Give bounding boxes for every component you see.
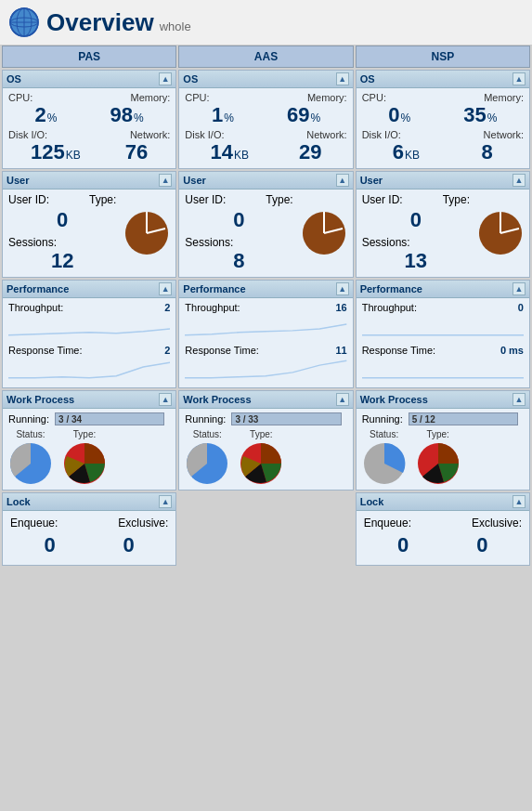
wp-charts-nsp: Status: Type: [362, 429, 524, 486]
status-label-aas: Status: [193, 429, 222, 439]
wp-charts-pas: Status: Type: [8, 429, 170, 486]
running-value-nsp: 5 / 12 [412, 414, 435, 425]
user-panel-pas-scroll[interactable]: ▲ [159, 174, 172, 187]
main-columns: OS ▲ CPU: Memory: 2 % 98 % [0, 68, 532, 568]
type-label-nsp: Type: [443, 193, 470, 206]
os-panel-aas-scroll[interactable]: ▲ [336, 72, 349, 85]
status-chart-pas [8, 441, 53, 486]
lock-panel-nsp-scroll[interactable]: ▲ [513, 495, 526, 508]
lock-panel-pas-label: Lock [6, 496, 31, 507]
os-panel-aas-title-bar: OS ▲ [179, 71, 352, 88]
user-panel-aas-scroll[interactable]: ▲ [336, 174, 349, 187]
type-chart-aas [239, 441, 283, 486]
header: Overview whole [0, 0, 532, 46]
disk-unit-pas: KB [66, 149, 81, 162]
exclusive-value-pas: 0 [123, 533, 135, 557]
user-panel-nsp-body: User ID: Type: 0 Sessions: 13 [357, 190, 529, 277]
userid-value-aas: 0 [185, 208, 292, 232]
column-headers: PAS AAS NSP [0, 46, 532, 68]
type-chart-label-aas: Type: [250, 429, 272, 439]
user-info-pas: User ID: Type: 0 Sessions: 12 [8, 193, 116, 273]
perf-panel-nsp-body: Throughput: 0 Response Time: 0 ms [357, 298, 529, 387]
throughput-label-nsp: Throughput: [362, 302, 417, 313]
network-label-aas: Network: [306, 129, 346, 140]
response-label-pas: Response Time: [8, 345, 82, 356]
status-label-pas: Status: [16, 429, 45, 439]
page-title: Overview [46, 8, 154, 37]
memory-label-aas: Memory: [307, 92, 347, 103]
user-info-aas: User ID: Type: 0 Sessions: 8 [185, 193, 292, 273]
response-label-nsp: Response Time: [362, 345, 435, 356]
memory-value-nsp: 35 [463, 105, 486, 125]
type-chart-pas [62, 441, 107, 486]
response-value-nsp: 0 ms [500, 345, 524, 356]
os-panel-nsp-scroll[interactable]: ▲ [513, 72, 526, 85]
perf-panel-aas-title-bar: Performance ▲ [179, 281, 352, 298]
wp-panel-pas-body: Running: 3 / 34 Status: [3, 409, 175, 490]
perf-panel-aas-scroll[interactable]: ▲ [336, 282, 349, 295]
running-bar-pas: 3 / 34 [55, 412, 164, 425]
sessions-value-pas: 12 [8, 249, 116, 273]
throughput-label-pas: Throughput: [8, 302, 63, 313]
running-label-aas: Running: [185, 413, 226, 425]
memory-unit-pas: % [134, 111, 144, 124]
sessions-value-aas: 8 [185, 249, 292, 273]
user-panel-aas-title-bar: User ▲ [179, 172, 352, 190]
column-aas: OS ▲ CPU: Memory: 1 % 69 % [178, 70, 353, 566]
user-panel-aas-body: User ID: Type: 0 Sessions: 8 [179, 190, 352, 277]
cpu-label-aas: CPU: [185, 92, 209, 103]
disk-label-aas: Disk I/O: [185, 129, 224, 140]
userid-label-aas: User ID: [185, 193, 226, 206]
wp-panel-pas-scroll[interactable]: ▲ [159, 393, 172, 406]
network-label-nsp: Network: [484, 129, 524, 140]
throughput-sparkline-pas [8, 315, 170, 338]
perf-panel-aas-label: Performance [183, 283, 245, 294]
os-panel-pas-scroll[interactable]: ▲ [159, 72, 172, 85]
wp-panel-pas: Work Process ▲ Running: 3 / 34 Status: [2, 390, 176, 491]
perf-panel-nsp: Performance ▲ Throughput: 0 Response Tim… [356, 280, 530, 388]
status-chart-aas [185, 441, 229, 486]
col-header-nsp: NSP [356, 46, 530, 68]
user-panel-pas-body: User ID: Type: 0 Sessions: 12 [3, 190, 175, 277]
memory-label-nsp: Memory: [484, 92, 524, 103]
perf-panel-nsp-label: Performance [360, 283, 422, 294]
response-value-pas: 2 [164, 345, 170, 356]
exclusive-label-pas: Exclusive: [118, 517, 168, 530]
throughput-value-nsp: 0 [518, 302, 524, 313]
lock-panel-pas-scroll[interactable]: ▲ [159, 495, 172, 508]
wp-panel-nsp-scroll[interactable]: ▲ [513, 393, 526, 406]
lock-panel-pas: Lock ▲ Enqueue: Exclusive: 0 0 [2, 492, 176, 566]
cpu-value-pas: 2 [35, 105, 46, 125]
os-panel-pas-body: CPU: Memory: 2 % 98 % Disk I/O: Network: [3, 88, 175, 168]
throughput-sparkline-nsp [362, 315, 524, 338]
user-panel-pas: User ▲ User ID: Type: 0 Sessions: 12 [2, 171, 176, 278]
lock-panel-nsp: Lock ▲ Enqueue: Exclusive: 0 0 [356, 492, 530, 566]
user-panel-nsp-label: User [360, 175, 383, 186]
wp-type-wrap-pas: Type: [62, 429, 107, 486]
memory-label-pas: Memory: [131, 92, 171, 103]
disk-value-nsp: 6 [393, 142, 404, 163]
user-panel-aas-label: User [183, 175, 205, 186]
perf-panel-pas-scroll[interactable]: ▲ [159, 282, 172, 295]
user-panel-nsp-scroll[interactable]: ▲ [513, 174, 526, 187]
perf-panel-aas: Performance ▲ Throughput: 16 Response Ti… [178, 280, 353, 388]
lock-panel-pas-body: Enqueue: Exclusive: 0 0 [3, 511, 175, 565]
column-nsp: OS ▲ CPU: Memory: 0 % 35 % [356, 70, 530, 566]
running-value-pas: 3 / 34 [58, 414, 82, 425]
wp-panel-aas-scroll[interactable]: ▲ [336, 393, 349, 406]
os-panel-pas-label: OS [6, 73, 21, 85]
user-chart-nsp [477, 210, 524, 256]
lock-panel-nsp-body: Enqueue: Exclusive: 0 0 [357, 511, 529, 565]
type-label-aas: Type: [266, 193, 292, 206]
perf-panel-nsp-scroll[interactable]: ▲ [513, 282, 526, 295]
response-label-aas: Response Time: [185, 345, 258, 356]
wp-panel-nsp-label: Work Process [360, 394, 428, 405]
wp-panel-nsp: Work Process ▲ Running: 5 / 12 Status: [356, 390, 530, 491]
user-panel-nsp-title-bar: User ▲ [357, 172, 529, 190]
exclusive-label-nsp: Exclusive: [472, 517, 522, 530]
lock-panel-nsp-label: Lock [360, 496, 384, 507]
os-panel-aas-label: OS [183, 73, 198, 85]
running-bar-aas: 3 / 33 [231, 412, 341, 425]
perf-panel-pas: Performance ▲ Throughput: 2 Response Tim… [2, 280, 176, 388]
lock-panel-nsp-title-bar: Lock ▲ [357, 493, 529, 511]
